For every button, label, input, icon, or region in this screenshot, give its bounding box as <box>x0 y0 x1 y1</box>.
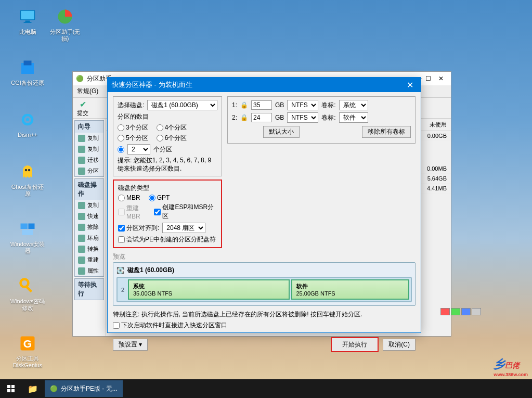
disk-icon: 💽 <box>116 267 124 274</box>
submit-label: 提交 <box>77 109 88 117</box>
desktop-icon-password[interactable]: Windows密码修改 <box>9 276 46 312</box>
sidebar-item[interactable]: 复制 <box>75 133 103 144</box>
checkbox-next-boot[interactable]: 下次启动软件时直接进入快速分区窗口 <box>113 321 416 330</box>
mini-icon <box>78 146 85 153</box>
preview-count: 2 <box>119 279 126 300</box>
cgi-icon <box>17 57 38 78</box>
submit-icon[interactable]: ✔ <box>77 99 88 109</box>
svg-rect-20 <box>11 389 15 392</box>
gear-icon <box>17 109 38 130</box>
part-num: 1: <box>232 101 237 109</box>
key-icon <box>17 276 38 297</box>
sidebar-group-wizard: 向导 <box>75 121 103 133</box>
close-button[interactable]: ✕ <box>434 74 448 83</box>
preview-partition-1: 系统 35.00GB NTFS <box>128 279 290 300</box>
sidebar-item[interactable]: 分区 <box>75 165 103 176</box>
lock-icon[interactable]: 🔒 <box>240 101 248 109</box>
radio-custom-partitions[interactable] <box>118 146 124 153</box>
mini-icon <box>78 224 85 231</box>
fs-select-1[interactable]: NTFS <box>287 100 318 110</box>
svg-rect-2 <box>24 22 32 23</box>
sidebar-item[interactable]: 复制 <box>75 200 103 211</box>
desktop-icon-this-pc[interactable]: 此电脑 <box>9 6 46 35</box>
mini-icon <box>78 213 85 220</box>
svg-rect-0 <box>21 10 35 20</box>
start-button[interactable] <box>0 379 22 398</box>
svg-rect-14 <box>25 286 32 293</box>
default-size-button[interactable]: 默认大小 <box>263 126 300 138</box>
remove-labels-button[interactable]: 移除所有卷标 <box>362 126 411 138</box>
sidebar-item[interactable]: 坏扇 <box>75 233 103 243</box>
label-select-2[interactable]: 软件 <box>339 112 368 123</box>
diskgenius-icon: G <box>17 333 38 354</box>
dialog-title: 快速分区神器 - 为装机而生 <box>112 80 192 89</box>
disk-select[interactable]: 磁盘1 (60.00GB) <box>147 100 217 110</box>
disk-type-fieldset: 磁盘的类型 MBR GPT 重建MBR 创建ESP和MSR分区 分区对齐到: 2… <box>113 179 222 248</box>
svg-point-9 <box>28 169 31 172</box>
hint-text: 提示: 您能按1, 2, 3, 4, 5, 6, 7, 8, 9键来快速选择分区… <box>118 157 217 173</box>
app-icon: 🟢 <box>76 75 84 82</box>
quick-partition-dialog: 快速分区神器 - 为装机而生 ✕ 选择磁盘: 磁盘1 (60.00GB) 分区的… <box>107 77 421 333</box>
taskbar-explorer[interactable]: 📁 <box>22 379 44 398</box>
desktop-icon-diskgenius[interactable]: G 分区工具DiskGenius <box>9 333 46 369</box>
sidebar-group-pending: 等待执行 <box>75 279 103 300</box>
taskbar-app-partition[interactable]: 🟢 分区助手PE版 - 无... <box>45 380 123 397</box>
sidebar-item[interactable]: 快速 <box>75 211 103 222</box>
sidebar-item[interactable]: 重建 <box>75 254 103 265</box>
desktop-icon-windows-installer[interactable]: Windows安装器 <box>9 219 46 254</box>
sidebar-item[interactable]: 转换 <box>75 243 103 254</box>
desktop-icon-cgi-backup[interactable]: CGI备份还原 <box>9 57 46 86</box>
radio-4-partitions[interactable]: 4个分区 <box>157 123 187 132</box>
svg-point-8 <box>25 169 28 172</box>
label-select-1[interactable]: 系统 <box>339 100 368 110</box>
mini-icon <box>78 246 85 253</box>
mini-icon <box>78 157 85 164</box>
checkbox-try-pe[interactable]: 尝试为PE中创建的分区分配盘符 <box>118 235 217 244</box>
checkbox-create-esp[interactable]: 创建ESP和MSR分区 <box>154 203 217 221</box>
sidebar-group-disk-ops: 磁盘操作 <box>75 179 103 200</box>
size-input-2[interactable] <box>251 113 272 122</box>
radio-gpt[interactable]: GPT <box>149 194 170 201</box>
watermark: 乡乡巴佬巴佬 www.386w.com <box>494 356 528 377</box>
svg-rect-19 <box>7 389 10 392</box>
fs-select-2[interactable]: NTFS <box>287 112 318 123</box>
custom-count-select[interactable]: 2 <box>127 144 150 155</box>
radio-6-partitions[interactable]: 6个分区 <box>157 134 187 143</box>
mini-icon <box>78 202 85 209</box>
radio-3-partitions[interactable]: 3个分区 <box>118 123 148 132</box>
svg-rect-11 <box>29 224 35 229</box>
mini-icon <box>78 267 85 275</box>
cancel-button[interactable]: 取消(C) <box>383 339 416 351</box>
size-input-1[interactable] <box>251 100 272 110</box>
radio-5-partitions[interactable]: 5个分区 <box>118 134 148 143</box>
desktop-icon-dism[interactable]: Dism++ <box>9 109 46 138</box>
preset-button[interactable]: 预设置 ▾ <box>113 339 148 351</box>
align-select[interactable]: 2048 扇区 <box>162 223 205 233</box>
sidebar-item[interactable]: 擦除 <box>75 222 103 233</box>
checkbox-align[interactable]: 分区对齐到: <box>118 224 159 233</box>
menu-general[interactable]: 常规(G) <box>77 87 98 96</box>
execute-button[interactable]: 开始执行 <box>331 337 379 352</box>
preview-label: 预览 <box>113 252 416 261</box>
dialog-close-button[interactable]: ✕ <box>404 80 417 90</box>
svg-text:G: G <box>23 338 32 350</box>
preview-partition-2: 软件 25.00GB NTFS <box>291 279 410 300</box>
checkbox-rebuild-mbr[interactable]: 重建MBR <box>118 204 151 220</box>
desktop-icon-ghost-backup[interactable]: Ghost备份还原 <box>9 161 46 197</box>
svg-rect-1 <box>25 21 30 22</box>
svg-rect-10 <box>21 224 28 229</box>
lock-icon[interactable]: 🔒 <box>240 114 248 121</box>
radio-mbr[interactable]: MBR <box>118 194 140 201</box>
maximize-button[interactable]: ☐ <box>425 75 431 82</box>
sidebar-item[interactable]: 复制 <box>75 144 103 155</box>
desktop-icon-partition-assistant[interactable]: 分区助手(无损) <box>47 6 83 42</box>
disk-type-legend: 磁盘的类型 <box>118 184 217 192</box>
chevron-down-icon: ▾ <box>139 341 142 348</box>
mini-icon <box>78 256 85 264</box>
window-icon <box>17 219 38 239</box>
partition-count-label: 分区的数目 <box>118 112 217 121</box>
sidebar-item[interactable]: 迁移 <box>75 155 103 165</box>
sidebar-item[interactable]: 属性 <box>75 265 103 276</box>
custom-suffix: 个分区 <box>153 145 172 154</box>
taskbar: 📁 🟢 分区助手PE版 - 无... <box>0 379 532 398</box>
